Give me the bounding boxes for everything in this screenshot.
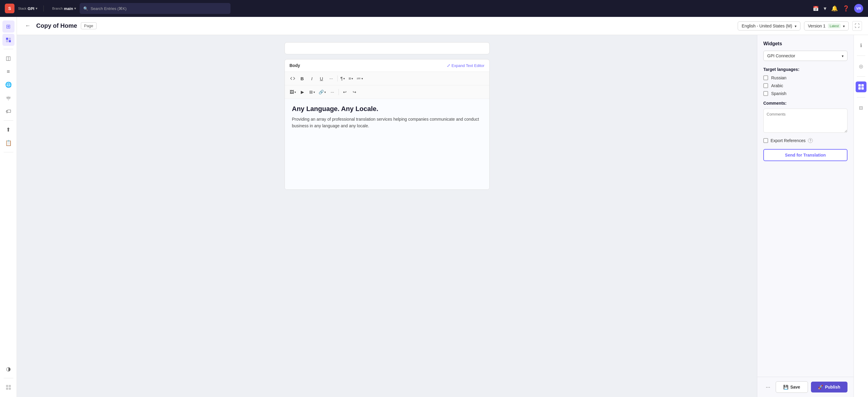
center-editor: Body ⤢ Expand Text Editor B — [17, 35, 757, 397]
version-selector[interactable]: Version 1 Latest — [804, 22, 849, 30]
calendar-icon[interactable]: 📅 — [813, 6, 819, 11]
sidebar-item-theme[interactable]: ◑ — [2, 363, 14, 375]
sidebar-item-clipboard[interactable]: 📋 — [2, 137, 14, 149]
stack-selector[interactable]: Stack GPI — [18, 6, 37, 11]
russian-label: Russian — [771, 75, 786, 80]
target-languages-label: Target languages: — [763, 67, 847, 72]
table-dropdown[interactable]: ⊞ ▾ — [308, 88, 316, 96]
undo-button[interactable]: ↩ — [341, 88, 349, 96]
sidebar-divider-2 — [4, 120, 13, 121]
language-option-arabic[interactable]: Arabic — [763, 83, 847, 88]
rte-toolbar-row1: B I U ··· ¶ ▾ ≡ ▾ ≔ ▾ — [285, 72, 489, 85]
italic-button[interactable]: I — [308, 74, 316, 83]
search-placeholder: Search Entries (⌘K) — [91, 6, 126, 11]
fullscreen-button[interactable]: ⛶ — [852, 21, 862, 31]
export-help-icon[interactable]: ? — [808, 138, 813, 143]
topbar: S Stack GPI Branch main 🔍 Search Entries… — [0, 0, 868, 17]
sidebar-item-layers[interactable]: ◫ — [2, 52, 14, 64]
bold-button[interactable]: B — [298, 74, 307, 83]
topbar-divider-1 — [43, 5, 44, 11]
underline-button[interactable]: U — [317, 74, 326, 83]
chevron-calendar-icon[interactable]: ▾ — [824, 5, 826, 12]
branch-label: Branch — [52, 7, 63, 10]
language-option-spanish[interactable]: Spanish — [763, 91, 847, 96]
arabic-checkbox[interactable] — [763, 83, 768, 88]
stack-name: GPI — [28, 6, 34, 11]
sidebar-item-docs[interactable]: ≡ — [2, 65, 14, 78]
page-title: Copy of Home — [36, 22, 77, 29]
language-chevron-icon — [795, 24, 797, 28]
align-dropdown[interactable]: ≡ ▾ — [347, 74, 354, 83]
version-value: Version 1 — [808, 24, 826, 28]
help-icon[interactable]: ❓ — [843, 5, 849, 12]
version-chevron-icon — [843, 24, 845, 28]
svg-rect-4 — [6, 385, 8, 387]
sidebar-item-wifi[interactable] — [2, 92, 14, 104]
language-option-russian[interactable]: Russian — [763, 75, 847, 80]
video-button[interactable]: ▶ — [299, 88, 307, 96]
more-format-button[interactable]: ··· — [327, 74, 336, 83]
back-button[interactable]: ← — [23, 21, 33, 31]
link-dropdown[interactable]: 🔗 ▾ — [317, 88, 327, 96]
language-selector[interactable]: English - United States (M) — [738, 22, 800, 30]
code-button[interactable] — [288, 74, 297, 83]
editor-area: Body ⤢ Expand Text Editor B — [17, 35, 868, 397]
widget-panel-icon[interactable] — [856, 82, 867, 92]
far-right-strip: ℹ ◎ ⊟ — [854, 35, 868, 397]
search-bar[interactable]: 🔍 Search Entries (⌘K) — [80, 3, 230, 14]
export-references-checkbox[interactable] — [763, 138, 768, 143]
widgets-title: Widgets — [763, 41, 847, 47]
publish-button[interactable]: 🚀 Publish — [811, 381, 847, 393]
sidebar-item-list[interactable] — [2, 34, 14, 46]
connector-selector[interactable]: GPI Connector — [763, 51, 847, 61]
paragraph-dropdown[interactable]: ¶ ▾ — [339, 74, 346, 83]
send-for-translation-button[interactable]: Send for Translation — [763, 149, 847, 161]
redo-button[interactable]: ↪ — [350, 88, 359, 96]
page-header: ← Copy of Home Page English - United Sta… — [17, 17, 868, 35]
sidebar-item-upload[interactable]: ⬆ — [2, 124, 14, 136]
more-insert-button[interactable]: ··· — [328, 88, 337, 96]
spanish-checkbox[interactable] — [763, 91, 768, 96]
export-references-row: Export References ? — [763, 138, 847, 143]
app-logo[interactable]: S — [5, 4, 14, 13]
svg-rect-3 — [9, 40, 11, 42]
version-badge: Latest — [828, 24, 841, 28]
more-options-button[interactable]: ··· — [763, 383, 773, 392]
editor-content[interactable]: Any Language. Any Locale. Providing an a… — [285, 99, 489, 189]
printer-panel-icon[interactable]: ⊟ — [856, 102, 867, 113]
notification-icon[interactable]: 🔔 — [831, 5, 838, 12]
svg-rect-1 — [9, 38, 11, 40]
image-dropdown[interactable]: 🖼 ▾ — [288, 88, 297, 96]
save-button[interactable]: 💾 Save — [776, 381, 808, 393]
rte-divider-2 — [339, 89, 339, 95]
search-icon: 🔍 — [83, 6, 88, 11]
publish-icon: 🚀 — [818, 385, 823, 390]
right-panel: Widgets GPI Connector Target languages: … — [757, 35, 854, 397]
branch-chevron-icon — [74, 6, 76, 10]
stack-label: Stack — [18, 7, 27, 10]
header-right: English - United States (M) Version 1 La… — [738, 21, 862, 31]
expand-icon: ⤢ — [447, 63, 451, 68]
body-label: Body — [290, 63, 300, 68]
far-right-divider-2 — [857, 76, 865, 77]
expand-text-editor-link[interactable]: ⤢ Expand Text Editor — [447, 63, 485, 68]
connector-chevron-icon — [842, 53, 843, 58]
rte-toolbar-row2: 🖼 ▾ ▶ ⊞ ▾ 🔗 ▾ ··· ↩ ↪ — [285, 85, 489, 99]
info-panel-icon[interactable]: ℹ — [856, 40, 867, 51]
sidebar-item-grid[interactable]: ⊞ — [2, 21, 14, 33]
russian-checkbox[interactable] — [763, 75, 768, 80]
sidebar-item-tag[interactable]: 🏷 — [2, 105, 14, 117]
svg-rect-5 — [9, 385, 11, 387]
branch-selector[interactable]: Branch main — [52, 6, 76, 11]
sidebar-item-extensions[interactable] — [2, 381, 14, 393]
svg-rect-2 — [6, 40, 8, 42]
sidebar-divider-4 — [4, 378, 13, 378]
comments-textarea[interactable] — [763, 109, 847, 133]
sidebar-divider-3 — [4, 152, 13, 152]
list-dropdown[interactable]: ≔ ▾ — [355, 74, 364, 83]
content-heading: Any Language. Any Locale. — [292, 105, 482, 113]
svg-rect-11 — [861, 87, 864, 90]
settings-panel-icon[interactable]: ◎ — [856, 61, 867, 71]
user-avatar[interactable]: VR — [854, 4, 863, 13]
sidebar-item-globe[interactable]: 🌐 — [2, 79, 14, 91]
